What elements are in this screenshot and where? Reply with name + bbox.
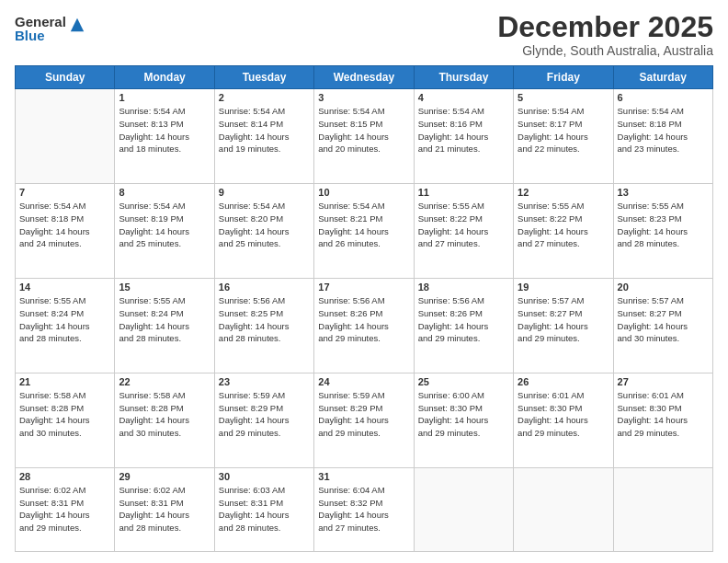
calendar-week-row: 7Sunrise: 5:54 AM Sunset: 8:18 PM Daylig… — [16, 184, 713, 279]
cell-content: Sunrise: 5:56 AM Sunset: 8:26 PM Dayligh… — [418, 294, 509, 345]
table-row: 19Sunrise: 5:57 AM Sunset: 8:27 PM Dayli… — [514, 278, 613, 373]
table-row: 25Sunrise: 6:00 AM Sunset: 8:30 PM Dayli… — [414, 373, 513, 467]
cell-content: Sunrise: 5:54 AM Sunset: 8:21 PM Dayligh… — [318, 200, 409, 250]
cell-content: Sunrise: 6:02 AM Sunset: 8:31 PM Dayligh… — [19, 484, 110, 534]
col-sunday: Sunday — [16, 66, 115, 89]
day-number: 21 — [19, 376, 110, 387]
table-row: 18Sunrise: 5:56 AM Sunset: 8:26 PM Dayli… — [414, 278, 513, 373]
cell-content: Sunrise: 5:58 AM Sunset: 8:28 PM Dayligh… — [19, 389, 110, 440]
day-number: 23 — [219, 376, 310, 387]
table-row: 11Sunrise: 5:55 AM Sunset: 8:22 PM Dayli… — [414, 184, 513, 279]
day-number: 2 — [219, 92, 310, 103]
cell-content: Sunrise: 5:55 AM Sunset: 8:23 PM Dayligh… — [618, 200, 709, 250]
title-block: December 2025 Glynde, South Australia, A… — [497, 11, 713, 58]
table-row: 10Sunrise: 5:54 AM Sunset: 8:21 PM Dayli… — [314, 184, 414, 279]
table-row: 20Sunrise: 5:57 AM Sunset: 8:27 PM Dayli… — [613, 278, 712, 373]
table-row: 12Sunrise: 5:55 AM Sunset: 8:22 PM Dayli… — [514, 184, 613, 279]
day-number: 14 — [19, 282, 110, 293]
day-number: 24 — [318, 376, 409, 387]
day-number: 3 — [318, 92, 409, 103]
day-number: 22 — [119, 376, 210, 387]
day-number: 11 — [418, 187, 509, 198]
table-row: 4Sunrise: 5:54 AM Sunset: 8:16 PM Daylig… — [414, 89, 513, 184]
table-row — [16, 89, 115, 184]
calendar-header-row: Sunday Monday Tuesday Wednesday Thursday… — [16, 66, 713, 89]
table-row — [514, 467, 613, 551]
logo: General Blue — [15, 15, 85, 42]
day-number: 10 — [318, 187, 409, 198]
table-row: 7Sunrise: 5:54 AM Sunset: 8:18 PM Daylig… — [16, 184, 115, 279]
cell-content: Sunrise: 5:56 AM Sunset: 8:26 PM Dayligh… — [318, 294, 409, 345]
day-number: 30 — [219, 471, 310, 482]
table-row: 26Sunrise: 6:01 AM Sunset: 8:30 PM Dayli… — [514, 373, 613, 467]
cell-content: Sunrise: 6:04 AM Sunset: 8:32 PM Dayligh… — [318, 484, 409, 534]
day-number: 15 — [119, 282, 210, 293]
cell-content: Sunrise: 5:54 AM Sunset: 8:18 PM Dayligh… — [19, 200, 110, 250]
location: Glynde, South Australia, Australia — [497, 43, 713, 58]
day-number: 12 — [518, 187, 609, 198]
cell-content: Sunrise: 5:55 AM Sunset: 8:22 PM Dayligh… — [418, 200, 509, 250]
cell-content: Sunrise: 6:03 AM Sunset: 8:31 PM Dayligh… — [219, 484, 310, 534]
cell-content: Sunrise: 5:58 AM Sunset: 8:28 PM Dayligh… — [119, 389, 210, 440]
table-row: 23Sunrise: 5:59 AM Sunset: 8:29 PM Dayli… — [214, 373, 313, 467]
col-tuesday: Tuesday — [214, 66, 313, 89]
table-row: 28Sunrise: 6:02 AM Sunset: 8:31 PM Dayli… — [16, 467, 115, 551]
table-row: 27Sunrise: 6:01 AM Sunset: 8:30 PM Dayli… — [613, 373, 712, 467]
table-row: 6Sunrise: 5:54 AM Sunset: 8:18 PM Daylig… — [613, 89, 712, 184]
calendar-week-row: 28Sunrise: 6:02 AM Sunset: 8:31 PM Dayli… — [16, 467, 713, 551]
cell-content: Sunrise: 5:54 AM Sunset: 8:18 PM Dayligh… — [618, 105, 709, 155]
cell-content: Sunrise: 5:56 AM Sunset: 8:25 PM Dayligh… — [219, 294, 310, 345]
day-number: 29 — [119, 471, 210, 482]
cell-content: Sunrise: 5:54 AM Sunset: 8:19 PM Dayligh… — [119, 200, 210, 250]
table-row: 17Sunrise: 5:56 AM Sunset: 8:26 PM Dayli… — [314, 278, 414, 373]
cell-content: Sunrise: 5:55 AM Sunset: 8:22 PM Dayligh… — [518, 200, 609, 250]
col-wednesday: Wednesday — [314, 66, 414, 89]
table-row: 2Sunrise: 5:54 AM Sunset: 8:14 PM Daylig… — [214, 89, 313, 184]
day-number: 4 — [418, 92, 509, 103]
table-row: 15Sunrise: 5:55 AM Sunset: 8:24 PM Dayli… — [115, 278, 214, 373]
col-thursday: Thursday — [414, 66, 513, 89]
table-row: 9Sunrise: 5:54 AM Sunset: 8:20 PM Daylig… — [214, 184, 313, 279]
day-number: 1 — [119, 92, 210, 103]
svg-marker-0 — [71, 18, 84, 31]
cell-content: Sunrise: 5:55 AM Sunset: 8:24 PM Dayligh… — [19, 294, 110, 345]
day-number: 16 — [219, 282, 310, 293]
month-title: December 2025 — [497, 11, 713, 43]
day-number: 27 — [618, 376, 709, 387]
day-number: 19 — [518, 282, 609, 293]
page: General Blue December 2025 Glynde, South… — [0, 0, 728, 563]
table-row: 22Sunrise: 5:58 AM Sunset: 8:28 PM Dayli… — [115, 373, 214, 467]
table-row: 8Sunrise: 5:54 AM Sunset: 8:19 PM Daylig… — [115, 184, 214, 279]
cell-content: Sunrise: 5:59 AM Sunset: 8:29 PM Dayligh… — [318, 389, 409, 440]
cell-content: Sunrise: 5:55 AM Sunset: 8:24 PM Dayligh… — [119, 294, 210, 345]
table-row: 14Sunrise: 5:55 AM Sunset: 8:24 PM Dayli… — [16, 278, 115, 373]
table-row: 13Sunrise: 5:55 AM Sunset: 8:23 PM Dayli… — [613, 184, 712, 279]
logo-icon — [69, 17, 85, 33]
cell-content: Sunrise: 6:01 AM Sunset: 8:30 PM Dayligh… — [618, 389, 709, 440]
cell-content: Sunrise: 5:57 AM Sunset: 8:27 PM Dayligh… — [518, 294, 609, 345]
day-number: 8 — [119, 187, 210, 198]
col-saturday: Saturday — [613, 66, 712, 89]
cell-content: Sunrise: 5:54 AM Sunset: 8:15 PM Dayligh… — [318, 105, 409, 155]
cell-content: Sunrise: 5:54 AM Sunset: 8:16 PM Dayligh… — [418, 105, 509, 155]
cell-content: Sunrise: 5:59 AM Sunset: 8:29 PM Dayligh… — [219, 389, 310, 440]
cell-content: Sunrise: 6:01 AM Sunset: 8:30 PM Dayligh… — [518, 389, 609, 440]
table-row: 1Sunrise: 5:54 AM Sunset: 8:13 PM Daylig… — [115, 89, 214, 184]
calendar-week-row: 1Sunrise: 5:54 AM Sunset: 8:13 PM Daylig… — [16, 89, 713, 184]
calendar-week-row: 21Sunrise: 5:58 AM Sunset: 8:28 PM Dayli… — [16, 373, 713, 467]
cell-content: Sunrise: 5:54 AM Sunset: 8:17 PM Dayligh… — [518, 105, 609, 155]
day-number: 31 — [318, 471, 409, 482]
day-number: 7 — [19, 187, 110, 198]
day-number: 9 — [219, 187, 310, 198]
logo-general: General — [15, 15, 66, 29]
calendar-week-row: 14Sunrise: 5:55 AM Sunset: 8:24 PM Dayli… — [16, 278, 713, 373]
calendar-table: Sunday Monday Tuesday Wednesday Thursday… — [15, 65, 713, 552]
table-row: 24Sunrise: 5:59 AM Sunset: 8:29 PM Dayli… — [314, 373, 414, 467]
day-number: 25 — [418, 376, 509, 387]
logo-text: General Blue — [15, 15, 66, 42]
cell-content: Sunrise: 6:00 AM Sunset: 8:30 PM Dayligh… — [418, 389, 509, 440]
day-number: 18 — [418, 282, 509, 293]
col-monday: Monday — [115, 66, 214, 89]
day-number: 17 — [318, 282, 409, 293]
col-friday: Friday — [514, 66, 613, 89]
